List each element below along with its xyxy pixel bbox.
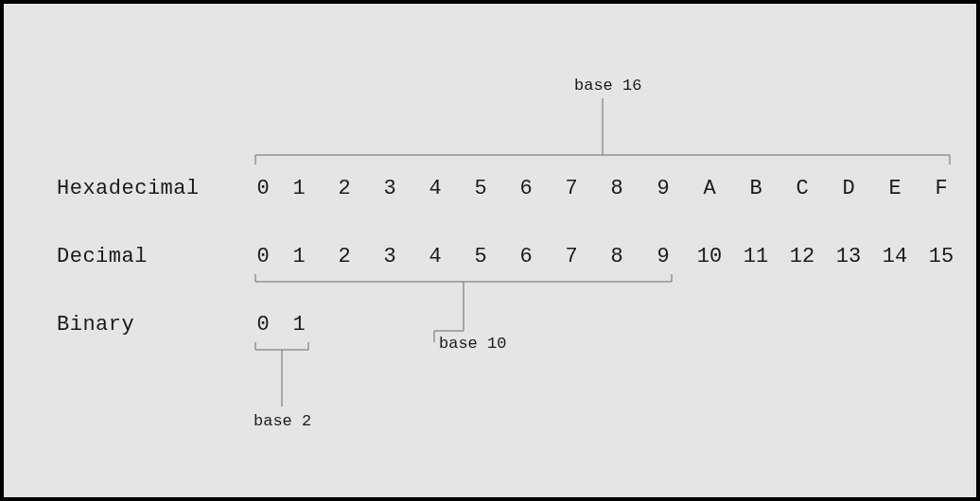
dec-digit: 7	[556, 245, 586, 268]
bin-digit: 1	[284, 313, 314, 337]
dec-digit: 6	[511, 245, 541, 268]
hex-digit: D	[833, 177, 864, 200]
hex-digit: 5	[465, 177, 496, 200]
dec-digit: 0	[248, 245, 278, 268]
bracket-base10	[255, 274, 672, 342]
row-label-hex: Hexadecimal	[57, 177, 200, 200]
hex-digit: 3	[375, 177, 405, 200]
hex-digit: A	[694, 177, 725, 200]
bin-digit: 0	[248, 313, 278, 337]
row-label-dec: Decimal	[57, 245, 148, 268]
annotation-base2: base 2	[254, 412, 311, 430]
dec-digit: 13	[833, 245, 864, 268]
hex-digit: B	[741, 177, 771, 200]
dec-digit: 12	[787, 245, 817, 268]
bracket-base16	[255, 98, 950, 164]
dec-digit: 5	[465, 245, 496, 268]
hex-digit: 9	[648, 177, 678, 200]
row-label-bin: Binary	[57, 313, 134, 337]
dec-digit: 10	[694, 245, 725, 268]
hex-digit: 2	[329, 177, 359, 200]
bracket-base2	[255, 342, 308, 406]
dec-digit: 9	[648, 245, 678, 268]
dec-digit: 2	[329, 245, 359, 268]
annotation-base16: base 16	[574, 77, 641, 95]
hex-digit: 8	[602, 177, 632, 200]
hex-digit: E	[880, 177, 910, 200]
hex-digit: 4	[420, 177, 450, 200]
number-bases-diagram: Hexadecimal Decimal Binary 0 1 2 3 4 5 6…	[0, 0, 980, 501]
hex-digit: F	[926, 177, 956, 200]
dec-digit: 11	[741, 245, 771, 268]
dec-digit: 3	[375, 245, 405, 268]
hex-digit: 7	[556, 177, 586, 200]
hex-digit: 6	[511, 177, 541, 200]
annotation-base10: base 10	[439, 335, 506, 353]
hex-digit: 1	[284, 177, 314, 200]
hex-digit: C	[787, 177, 817, 200]
dec-digit: 15	[926, 245, 956, 268]
hex-digit: 0	[248, 177, 278, 200]
dec-digit: 8	[602, 245, 632, 268]
dec-digit: 4	[420, 245, 450, 268]
dec-digit: 14	[880, 245, 910, 268]
dec-digit: 1	[284, 245, 314, 268]
